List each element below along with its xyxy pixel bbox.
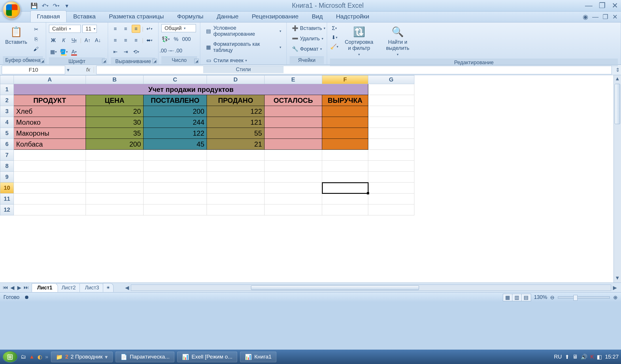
row-header-11[interactable]: 11	[0, 194, 14, 204]
cell[interactable]	[368, 139, 414, 150]
office-button[interactable]	[2, 1, 21, 19]
align-center-button[interactable]: ≡	[121, 36, 130, 44]
sheet-tab-2[interactable]: Лист2	[56, 283, 81, 292]
cell[interactable]	[207, 204, 265, 215]
cell[interactable]	[86, 161, 144, 172]
cell[interactable]	[14, 172, 86, 183]
align-top-button[interactable]: ≡	[111, 25, 120, 33]
shrink-font-button[interactable]: A↓	[94, 36, 102, 44]
help-icon[interactable]: ◉	[583, 13, 588, 21]
tab-next-icon[interactable]: ▶	[16, 285, 22, 291]
cell[interactable]	[368, 95, 414, 106]
align-bottom-button[interactable]: ≡	[132, 25, 140, 33]
bold-button[interactable]: Ж	[49, 36, 58, 44]
cell[interactable]	[265, 194, 322, 204]
minimize-button[interactable]: —	[585, 1, 592, 10]
cell[interactable]: 35	[86, 128, 144, 139]
cell[interactable]	[265, 204, 322, 215]
row-header-2[interactable]: 2	[0, 95, 14, 106]
cell-title[interactable]: Учет продажи продуктов	[14, 84, 368, 95]
clear-button[interactable]: 🧹	[330, 43, 339, 51]
cell[interactable]	[86, 172, 144, 183]
select-all-corner[interactable]	[0, 75, 14, 84]
accounting-format-button[interactable]: 💱	[161, 35, 170, 43]
cell[interactable]: 122	[144, 128, 207, 139]
zoom-in-button[interactable]: ⊕	[613, 294, 618, 301]
decrease-decimal-button[interactable]: ←.00	[172, 47, 180, 55]
cell[interactable]	[368, 106, 414, 117]
tab-view[interactable]: Вид	[305, 10, 329, 22]
tab-review[interactable]: Рецензирование	[245, 10, 305, 22]
find-select-button[interactable]: 🔍 Найти и выделить	[380, 24, 416, 58]
cell[interactable]	[86, 204, 144, 215]
volume-icon[interactable]: 🔊	[581, 354, 588, 360]
name-box-dropdown-icon[interactable]: ▾	[65, 67, 71, 73]
col-header-F[interactable]: F	[322, 75, 368, 84]
cell[interactable]	[86, 150, 144, 161]
cell[interactable]	[322, 139, 368, 150]
cut-button[interactable]: ✂	[32, 25, 40, 33]
quick-launch-icon[interactable]: 🗂	[21, 354, 26, 360]
conditional-formatting-button[interactable]: ▤Условное форматирование	[203, 24, 284, 38]
zoom-value[interactable]: 130%	[534, 294, 547, 300]
orientation-button[interactable]: ⟲	[132, 48, 140, 56]
format-painter-button[interactable]: 🖌	[32, 45, 40, 53]
cell[interactable]: 244	[144, 117, 207, 128]
cell[interactable]	[14, 150, 86, 161]
delete-cells-button[interactable]: ➖Удалить	[290, 35, 324, 43]
ribbon-close-button[interactable]: ✕	[612, 13, 618, 21]
sort-filter-button[interactable]: 🔃 Сортировка и фильтр	[341, 24, 377, 58]
ribbon-minimize-button[interactable]: —	[592, 13, 599, 21]
cell[interactable]	[368, 172, 414, 183]
font-launcher-icon[interactable]: ◢	[102, 59, 107, 63]
tray-icon[interactable]: 🖥	[572, 354, 578, 360]
number-format-combo[interactable]: Общий	[161, 24, 196, 32]
scroll-thumb[interactable]	[615, 84, 620, 124]
col-header-G[interactable]: G	[368, 75, 414, 84]
tab-formulas[interactable]: Формулы	[171, 10, 210, 22]
tab-prev-icon[interactable]: ◀	[9, 285, 16, 291]
formula-bar-expand-icon[interactable]: ⇕	[614, 67, 621, 73]
wrap-text-button[interactable]: ↵	[145, 25, 154, 33]
taskbar-item[interactable]: 📊Exell [Режим о...	[177, 352, 237, 362]
undo-button[interactable]: ↶	[41, 2, 49, 10]
row-header-10[interactable]: 10	[0, 183, 14, 194]
row-header-8[interactable]: 8	[0, 161, 14, 172]
col-header-B[interactable]: B	[86, 75, 144, 84]
cell[interactable]	[322, 117, 368, 128]
cell[interactable]	[322, 172, 368, 183]
save-icon[interactable]: 💾	[30, 2, 38, 10]
increase-decimal-button[interactable]: .00→	[161, 47, 170, 55]
sheet-tab-1[interactable]: Лист1	[32, 283, 58, 292]
tab-first-icon[interactable]: ⏮	[2, 285, 9, 291]
cell[interactable]	[265, 128, 322, 139]
tab-insert[interactable]: Вставка	[67, 10, 102, 22]
cell[interactable]	[14, 194, 86, 204]
cell[interactable]	[368, 128, 414, 139]
decrease-indent-button[interactable]: ⇤	[111, 48, 120, 56]
cell[interactable]	[368, 183, 414, 194]
qat-customize-icon[interactable]: ▾	[63, 2, 71, 10]
redo-button[interactable]: ↷	[52, 2, 60, 10]
grow-font-button[interactable]: A↑	[83, 36, 92, 44]
tab-home[interactable]: Главная	[30, 10, 67, 22]
cell[interactable]	[14, 204, 86, 215]
restore-button[interactable]: ❐	[599, 1, 605, 10]
fill-color-button[interactable]: 🪣	[59, 48, 68, 56]
cell[interactable]: ПРОДАНО	[207, 95, 265, 106]
cell[interactable]	[14, 161, 86, 172]
cell[interactable]: ПРОДУКТ	[14, 95, 86, 106]
increase-indent-button[interactable]: ⇥	[121, 48, 130, 56]
merge-button[interactable]: ⬌	[145, 36, 154, 44]
scroll-down-icon[interactable]: ▼	[614, 275, 621, 282]
cell[interactable]: 45	[144, 139, 207, 150]
row-header-9[interactable]: 9	[0, 172, 14, 183]
cell[interactable]: 20	[86, 106, 144, 117]
cell[interactable]	[14, 183, 86, 194]
tab-layout[interactable]: Разметка страницы	[102, 10, 171, 22]
comma-style-button[interactable]: 000	[182, 35, 191, 43]
cell[interactable]	[368, 161, 414, 172]
start-button[interactable]: ⊞	[2, 351, 18, 363]
cell[interactable]: Хлеб	[14, 106, 86, 117]
hscroll-thumb[interactable]	[251, 285, 419, 290]
